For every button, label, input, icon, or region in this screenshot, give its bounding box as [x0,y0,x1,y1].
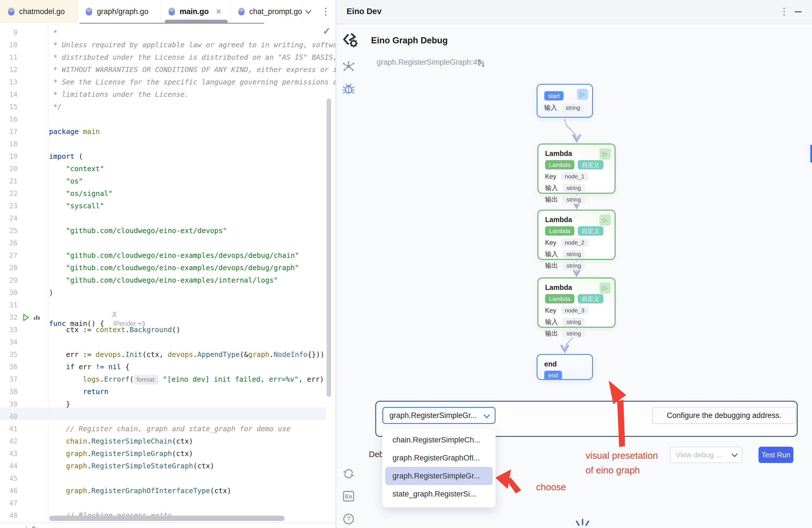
help-icon[interactable]: ? [342,513,355,525]
code-token: . [121,350,125,358]
refresh-icon[interactable] [342,468,355,480]
code-token: RegisterSimpleGraph [91,450,172,458]
code-line-26: 26 [0,237,336,249]
code-text: } [49,398,70,410]
line-number: 36 [0,361,17,373]
go-gopher-icon [7,7,15,16]
code-text: graph.RegisterSimpleGraph(ctx) [49,448,193,460]
tab-list-chevron-down-icon[interactable] [304,9,313,15]
test-run-button[interactable]: Test Run [758,447,794,463]
code-line-22: 22 "os/signal" [0,188,336,200]
debug-bug-icon[interactable] [342,83,355,94]
code-text: "os/signal" [49,188,113,200]
code-token [49,437,66,445]
code-text: * distributed under the License is distr… [49,51,336,63]
code-token [49,264,66,272]
code-token: * distributed under the License is distr… [49,53,336,61]
node-row: 输出string [545,195,611,204]
tab-options-kebab-icon[interactable]: ⋮ [321,6,331,17]
code-token: RegisterGraphOfInterfaceType [91,487,210,495]
line-number: 33 [0,324,17,336]
configure-debug-address-button[interactable]: Configure the debugging address. [652,407,796,424]
code-token: graph [248,350,269,358]
line-number: 17 [0,126,17,138]
code-token: . [87,450,91,458]
close-tab-icon[interactable]: × [216,7,221,16]
graph-node-lambda-node-1[interactable]: LambdaLambda自定义Keynode_1输入string输出string… [537,144,615,194]
code-token: Background [130,326,172,334]
node-badge: Lambda [545,160,574,170]
line-number: 39 [0,398,17,410]
trace-nodes-icon[interactable] [342,61,355,72]
debug-location[interactable]: graph.RegisterSimpleGraph:49 [377,58,481,67]
node-row-label: 输出 [545,261,558,270]
code-line-36: 36 if err != nil { [0,361,336,373]
code-line-32: 32func main() { IPender +3 [0,311,336,324]
tab-chat-prompt-go[interactable]: chat_prompt.go [230,0,302,23]
node-row-value: string [563,262,585,270]
node-row-label: 输入 [545,250,558,258]
code-text: * limitations under the License. [49,88,189,101]
panel-minimize-icon[interactable] [795,11,802,12]
node-play-button[interactable]: ▷ [599,215,611,226]
node-content: endend [544,359,588,380]
code-token: * [49,28,57,36]
code-token: package [49,128,78,136]
graph-node-lambda-node-2[interactable]: LambdaLambda自定义Keynode_2输入string输出string… [537,210,615,260]
node-play-button[interactable]: ▷ [599,282,611,294]
line-number: 29 [0,274,17,287]
node-play-button[interactable]: ▷ [599,148,611,160]
code-token: . [270,350,274,358]
graph-node-lambda-node-3[interactable]: LambdaLambda自定义Keynode_3输入string输出string… [537,278,615,327]
dropdown-option-1[interactable]: graph.RegisterGraphOfI... [385,449,493,467]
tab-chatmodel-go[interactable]: chatmodel.go [0,0,78,23]
node-row-value: string [563,329,585,338]
view-debug-select[interactable]: View debug ... [670,447,742,463]
code-line-40: 40 [0,410,336,423]
code-token: (ctx) [210,487,231,495]
run-main-icon[interactable] [22,313,30,322]
dropdown-option-3[interactable]: state_graph.RegisterSi... [385,485,493,503]
sort-lines-icon[interactable] [477,59,486,68]
code-token: main [83,128,100,136]
code-editor[interactable]: 9 *10 * Unless required by applicable la… [0,24,336,522]
dropdown-option-0[interactable]: chain.RegisterSimpleCh... [385,431,493,449]
code-token [49,226,66,235]
gutter-run-icons[interactable] [22,313,41,322]
code-text: logs.Errorf(format: "[eino dev] init fai… [49,373,324,385]
editor-vertical-scrollbar[interactable] [327,99,331,397]
breadcrumb[interactable]: main() [15,525,36,528]
code-token: NodeInfo [274,350,307,358]
loading-burst-icon [570,517,595,528]
editor-horizontal-scrollbar[interactable] [49,516,285,521]
panel-kebab-icon[interactable]: ⋮ [779,6,789,17]
line-number: 22 [0,188,17,200]
code-token: RegisterSimpleStateGraph [91,462,193,470]
code-token: logs [83,375,100,383]
svg-text:En: En [345,494,352,500]
code-line-30: 30) [0,287,336,299]
line-number: 41 [0,423,17,435]
tab-label: main.go [180,7,209,16]
code-token: * WITHOUT WARRANTIES OR CONDITIONS OF AN… [49,65,336,74]
code-token [49,177,66,185]
dropdown-option-2[interactable]: graph.RegisterSimpleGr... [385,467,493,485]
red-arrow-head-small [495,469,511,489]
graph-node-end[interactable]: endend [537,354,593,380]
code-token: "github.com/cloudwego/eino-examples/devo… [66,251,299,260]
node-row: 输入string [545,250,611,258]
node-row-value: string [563,184,585,192]
node-play-button[interactable]: ▷ [577,89,588,100]
graph-node-start[interactable]: start输入string▷ [537,84,593,118]
tab-label: chatmodel.go [19,7,65,16]
profiler-icon[interactable] [33,313,41,322]
tab-graph-graph-go[interactable]: graph/graph.go [78,0,160,23]
language-en-icon[interactable]: En [342,490,355,502]
code-token: graph [66,450,87,458]
line-number: 47 [0,497,17,510]
inspection-ok-check-icon[interactable]: ✓ [323,25,331,36]
graph-select[interactable]: graph.RegisterSimpleGr... [382,407,495,424]
annotation-visual-presentation-line2: of eino graph [586,465,640,476]
node-row: 输入string [545,318,611,326]
code-token [78,128,83,136]
